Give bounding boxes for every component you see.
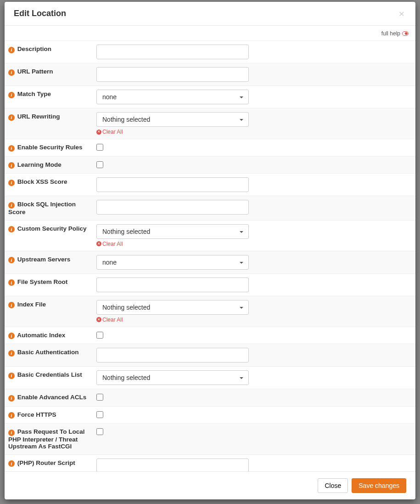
clear-all-index-file[interactable]: ✕ Clear All	[96, 317, 123, 323]
label-text: Basic Authentication	[17, 349, 79, 356]
row-automatic-index: i Automatic Index	[5, 327, 415, 344]
label-text: Enable Advanced ACLs	[17, 394, 87, 401]
toggle-off-icon	[402, 31, 409, 36]
info-icon[interactable]: i	[8, 92, 15, 98]
file-system-root-input[interactable]	[96, 277, 249, 292]
row-url-rewriting: i URL Rewriting Nothing selected ✕ Clear…	[5, 108, 415, 139]
label-block-sql-injection-score: i Block SQL Injection Score	[5, 196, 96, 221]
basic-credentials-list-select[interactable]: Nothing selected	[96, 370, 249, 385]
label-text: URL Pattern	[17, 68, 53, 75]
modal-header: Edit Location ×	[5, 2, 415, 26]
row-basic-authentication: i Basic Authentication	[5, 344, 415, 367]
row-enable-advanced-acls: i Enable Advanced ACLs	[5, 389, 415, 407]
close-button[interactable]: Close	[318, 478, 348, 493]
info-icon[interactable]: i	[8, 47, 15, 53]
label-block-xss-score: i Block XSS Score	[5, 174, 96, 196]
row-pass-request-php: i Pass Request To Local PHP Interpreter …	[5, 424, 415, 455]
block-sql-injection-score-input[interactable]	[96, 200, 249, 215]
label-url-pattern: i URL Pattern	[5, 63, 96, 86]
label-text: Block SQL Injection Score	[8, 201, 76, 215]
info-icon[interactable]: i	[8, 257, 15, 263]
row-upstream-servers: i Upstream Servers none	[5, 251, 415, 273]
label-pass-request-php: i Pass Request To Local PHP Interpreter …	[5, 424, 96, 455]
info-icon[interactable]: i	[8, 333, 15, 339]
info-icon[interactable]: i	[8, 373, 15, 379]
basic-authentication-input[interactable]	[96, 348, 249, 362]
info-icon[interactable]: i	[8, 412, 15, 419]
clear-all-url-rewriting[interactable]: ✕ Clear All	[96, 129, 123, 135]
description-input[interactable]	[96, 45, 249, 59]
label-text: Pass Request To Local PHP Interpreter / …	[8, 428, 85, 450]
label-description: i Description	[5, 41, 96, 63]
label-learning-mode: i Learning Mode	[5, 156, 96, 174]
clear-all-custom-security-policy[interactable]: ✕ Clear All	[96, 241, 123, 247]
save-changes-button[interactable]: Save changes	[352, 478, 406, 493]
label-php-router-script: i (PHP) Router Script	[5, 454, 96, 471]
label-force-https: i Force HTTPS	[5, 406, 96, 424]
automatic-index-checkbox[interactable]	[96, 332, 103, 339]
row-php-router-script: i (PHP) Router Script	[5, 454, 415, 471]
label-basic-credentials-list: i Basic Credentials List	[5, 367, 96, 389]
info-icon[interactable]: i	[8, 395, 15, 402]
label-text: Description	[17, 45, 51, 52]
info-icon[interactable]: i	[8, 202, 15, 209]
enable-advanced-acls-checkbox[interactable]	[96, 394, 103, 401]
row-enable-security-rules: i Enable Security Rules	[5, 139, 415, 157]
info-icon[interactable]: i	[8, 226, 15, 232]
full-help-toggle[interactable]: full help	[381, 30, 409, 37]
row-basic-credentials-list: i Basic Credentials List Nothing selecte…	[5, 367, 415, 389]
label-basic-authentication: i Basic Authentication	[5, 344, 96, 367]
php-router-script-input[interactable]	[96, 459, 249, 472]
row-block-sql-injection-score: i Block SQL Injection Score	[5, 196, 415, 221]
clear-all-label: Clear All	[102, 129, 123, 135]
force-https-checkbox[interactable]	[96, 411, 103, 418]
url-pattern-input[interactable]	[96, 67, 249, 82]
row-file-system-root: i File System Root	[5, 273, 415, 296]
row-index-file: i Index File Nothing selected ✕ Clear Al…	[5, 296, 415, 327]
clear-all-label: Clear All	[102, 241, 123, 247]
info-icon[interactable]: i	[8, 302, 15, 308]
info-icon[interactable]: i	[8, 350, 15, 357]
clear-all-label: Clear All	[102, 317, 123, 323]
label-text: Block XSS Score	[17, 178, 67, 185]
info-icon[interactable]: i	[8, 430, 15, 436]
custom-security-policy-select[interactable]: Nothing selected	[96, 224, 249, 239]
label-url-rewriting: i URL Rewriting	[5, 108, 96, 139]
info-icon[interactable]: i	[8, 145, 15, 152]
label-text: Learning Mode	[17, 161, 62, 168]
info-icon[interactable]: i	[8, 162, 15, 169]
index-file-select[interactable]: Nothing selected	[96, 300, 249, 315]
url-rewriting-select[interactable]: Nothing selected	[96, 112, 249, 127]
upstream-servers-select[interactable]: none	[96, 255, 249, 270]
pass-request-php-checkbox[interactable]	[96, 428, 103, 435]
info-icon[interactable]: i	[8, 460, 15, 467]
label-match-type: i Match Type	[5, 86, 96, 108]
info-icon[interactable]: i	[8, 180, 15, 186]
label-upstream-servers: i Upstream Servers	[5, 251, 96, 273]
row-learning-mode: i Learning Mode	[5, 156, 415, 174]
info-icon[interactable]: i	[8, 114, 15, 121]
label-file-system-root: i File System Root	[5, 273, 96, 296]
label-custom-security-policy: i Custom Security Policy	[5, 220, 96, 251]
row-match-type: i Match Type none	[5, 86, 415, 108]
label-enable-advanced-acls: i Enable Advanced ACLs	[5, 389, 96, 407]
label-enable-security-rules: i Enable Security Rules	[5, 139, 96, 157]
form-table: i Description i URL Pattern i	[5, 41, 415, 471]
enable-security-rules-checkbox[interactable]	[96, 144, 103, 151]
match-type-select[interactable]: none	[96, 90, 249, 104]
block-xss-score-input[interactable]	[96, 177, 249, 192]
clear-icon: ✕	[96, 317, 101, 322]
label-text: Enable Security Rules	[17, 144, 83, 151]
row-force-https: i Force HTTPS	[5, 406, 415, 424]
info-icon[interactable]: i	[8, 69, 15, 76]
info-icon[interactable]: i	[8, 279, 15, 286]
label-index-file: i Index File	[5, 296, 96, 327]
label-text: Match Type	[17, 91, 51, 97]
label-automatic-index: i Automatic Index	[5, 327, 96, 344]
close-icon[interactable]: ×	[397, 9, 406, 18]
label-text: Upstream Servers	[17, 256, 71, 263]
row-description: i Description	[5, 41, 415, 63]
learning-mode-checkbox[interactable]	[96, 161, 103, 168]
clear-icon: ✕	[96, 241, 101, 246]
modal-footer: Close Save changes	[5, 471, 415, 499]
